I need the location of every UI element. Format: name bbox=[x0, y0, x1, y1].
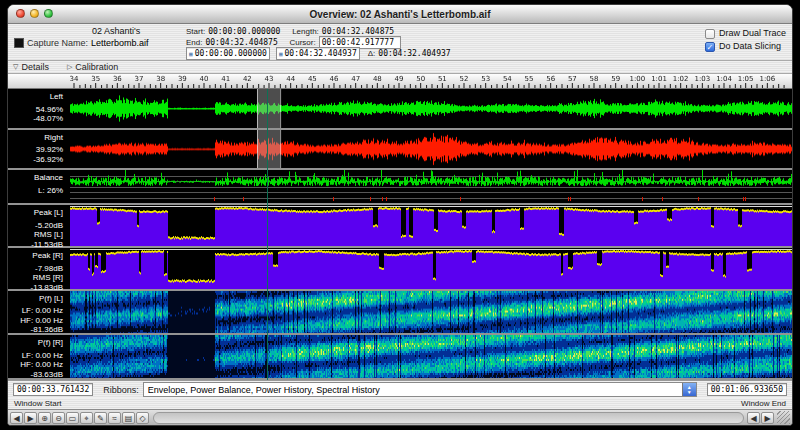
track-power-left: Peak [L]-5.20dBRMS [L]-11.53dB bbox=[8, 205, 792, 248]
desktop: Overview: 02 Ashanti's Letterbomb.aif 02… bbox=[0, 0, 800, 430]
window-titlebar[interactable]: Overview: 02 Ashanti's Letterbomb.aif bbox=[8, 5, 792, 24]
footer-labels-row: Window Start Window End bbox=[8, 398, 792, 409]
capture-name-value: Letterbomb.aif bbox=[91, 37, 149, 49]
track-balance: BalanceL: 26% bbox=[8, 170, 792, 205]
scroll-buttons-group: ◀▶ bbox=[747, 412, 775, 424]
track-canvas bbox=[70, 89, 792, 128]
capture-color-swatch[interactable] bbox=[14, 38, 24, 48]
track-label-line: -7.98dB bbox=[8, 264, 63, 274]
tool-buttons-group: ◀▶⊕⊖▭⌖✎≈▤◇ bbox=[10, 412, 150, 424]
track-label-line: L: 26% bbox=[8, 186, 63, 196]
grid-tool-icon[interactable]: ▤ bbox=[122, 412, 135, 424]
calibration-label: Calibration bbox=[75, 62, 118, 72]
checkbox-checked-icon[interactable]: ✓ bbox=[705, 42, 715, 52]
pencil-tool-icon[interactable]: ✎ bbox=[94, 412, 107, 424]
track-plot[interactable] bbox=[70, 248, 792, 289]
track-right-channel: Right39.92%-36.92% bbox=[8, 130, 792, 171]
details-bar: ▽ Details ▷ Calibration bbox=[8, 61, 792, 74]
track-left-channel: Left54.96%-48.07% bbox=[8, 89, 792, 130]
draw-dual-trace-checkbox[interactable]: Draw Dual Trace bbox=[705, 27, 786, 40]
disclosure-triangle-icon: ▽ bbox=[13, 63, 18, 71]
track-label-line: Right bbox=[8, 133, 63, 143]
capture-name-top: 02 Ashanti's bbox=[92, 26, 182, 37]
track-label: Peak [R]-7.98dBRMS [R]-13.83dB bbox=[8, 248, 70, 289]
details-disclosure[interactable]: ▽ Details bbox=[13, 62, 49, 72]
calibration-disclosure[interactable]: ▷ Calibration bbox=[67, 62, 118, 72]
track-plot[interactable] bbox=[70, 335, 792, 378]
stepper-icon[interactable]: ▲ ▼ bbox=[682, 383, 696, 396]
track-power-right: Peak [R]-7.98dBRMS [R]-13.83dB bbox=[8, 248, 792, 291]
bottom-toolbar: ◀▶⊕⊖▭⌖✎≈▤◇ ◀▶ bbox=[8, 409, 792, 425]
window-end-field[interactable]: 00:01:06.933650 bbox=[707, 383, 787, 396]
hscroll-left-button[interactable]: ◀ bbox=[747, 412, 760, 424]
track-plot[interactable] bbox=[70, 89, 792, 128]
marker-tool-icon[interactable]: ◇ bbox=[136, 412, 149, 424]
horizontal-scrollbar[interactable] bbox=[153, 412, 744, 424]
do-data-slicing-checkbox[interactable]: ✓ Do Data Slicing bbox=[705, 40, 786, 53]
zoom-in-tool-icon[interactable]: ⊕ bbox=[38, 412, 51, 424]
selection-tool-icon[interactable]: ▭ bbox=[66, 412, 79, 424]
playback-cursor[interactable] bbox=[267, 89, 268, 380]
track-label-line: LF: 0.00 Hz bbox=[8, 351, 63, 361]
delta-label: Δ: bbox=[368, 48, 376, 59]
track-canvas bbox=[70, 170, 792, 203]
track-label: P(f) [L]LF: 0.00 HzHF: 0.00 Hz-81.36dB bbox=[8, 291, 70, 334]
track-canvas bbox=[70, 130, 792, 169]
track-label-line: Peak [R] bbox=[8, 251, 63, 261]
timeline-ruler-canvas[interactable] bbox=[8, 74, 792, 88]
disclosure-triangle-icon: ▷ bbox=[67, 63, 72, 71]
checkbox-unchecked-icon[interactable] bbox=[705, 29, 715, 39]
stepper-down-icon: ▼ bbox=[687, 390, 692, 395]
track-label-line: RMS [L] bbox=[8, 230, 63, 240]
window-start-field[interactable]: 00:00:33.761432 bbox=[13, 383, 93, 396]
track-label-line: P(f) [L] bbox=[8, 294, 63, 304]
track-label-line: Peak [L] bbox=[8, 208, 63, 218]
track-plot[interactable] bbox=[70, 205, 792, 246]
hscroll-right-button[interactable]: ▶ bbox=[761, 412, 774, 424]
range-start-field[interactable]: ▦00:00:00.000000 bbox=[186, 47, 270, 60]
waveform-tool-icon[interactable]: ≈ bbox=[108, 412, 121, 424]
time-field-icon: ▦ bbox=[189, 50, 193, 57]
track-canvas bbox=[70, 291, 792, 334]
overview-window: Overview: 02 Ashanti's Letterbomb.aif 02… bbox=[7, 4, 793, 426]
start-value: 00:00:00.000000 bbox=[208, 26, 284, 37]
ribbons-select[interactable]: Envelope, Power Balance, Power History, … bbox=[143, 382, 697, 397]
resize-grip[interactable] bbox=[777, 411, 790, 424]
crosshair-tool-icon[interactable]: ⌖ bbox=[80, 412, 93, 424]
timeline-ruler[interactable] bbox=[8, 74, 792, 89]
track-label-line: P(f) [R] bbox=[8, 338, 63, 348]
track-label-line: HF: 0.00 Hz bbox=[8, 316, 63, 326]
scroll-left-button[interactable]: ◀ bbox=[10, 412, 23, 424]
track-label-line: LF: 0.00 Hz bbox=[8, 306, 63, 316]
minimize-button[interactable] bbox=[30, 9, 39, 18]
ribbons-select-value: Envelope, Power Balance, Power History, … bbox=[144, 385, 682, 395]
track-spectral-left: P(f) [L]LF: 0.00 HzHF: 0.00 Hz-81.36dB bbox=[8, 291, 792, 336]
track-label-line: -81.36dB bbox=[8, 325, 63, 335]
do-data-slicing-label: Do Data Slicing bbox=[719, 40, 781, 53]
track-label-line: -36.92% bbox=[8, 155, 63, 165]
track-label-line: Left bbox=[8, 92, 63, 102]
track-plot[interactable] bbox=[70, 291, 792, 334]
track-label-line: HF: 0.00 Hz bbox=[8, 360, 63, 370]
zoom-out-tool-icon[interactable]: ⊖ bbox=[52, 412, 65, 424]
time-field-icon: ▦ bbox=[279, 50, 283, 57]
track-canvas bbox=[70, 335, 792, 378]
ribbons-label: Ribbons: bbox=[103, 385, 139, 395]
track-plot[interactable] bbox=[70, 170, 792, 203]
scroll-right-button[interactable]: ▶ bbox=[24, 412, 37, 424]
track-label-line: RMS [R] bbox=[8, 273, 63, 283]
track-label: Right39.92%-36.92% bbox=[8, 130, 70, 169]
length-label: Length: bbox=[292, 26, 319, 37]
close-button[interactable] bbox=[16, 9, 25, 18]
zoom-button[interactable] bbox=[44, 9, 53, 18]
range-end-value: 00:04:32.404937 bbox=[285, 49, 357, 58]
track-label: Left54.96%-48.07% bbox=[8, 89, 70, 128]
track-label-line: -48.07% bbox=[8, 114, 63, 124]
track-label-line: 54.96% bbox=[8, 105, 63, 115]
track-canvas bbox=[70, 248, 792, 289]
delta-value: 00:04:32.404937 bbox=[378, 48, 454, 59]
checkbox-block: Draw Dual Trace ✓ Do Data Slicing bbox=[705, 26, 786, 53]
track-plot[interactable] bbox=[70, 130, 792, 169]
track-canvas bbox=[70, 205, 792, 246]
range-end-field[interactable]: ▦00:04:32.404937 bbox=[276, 47, 360, 60]
